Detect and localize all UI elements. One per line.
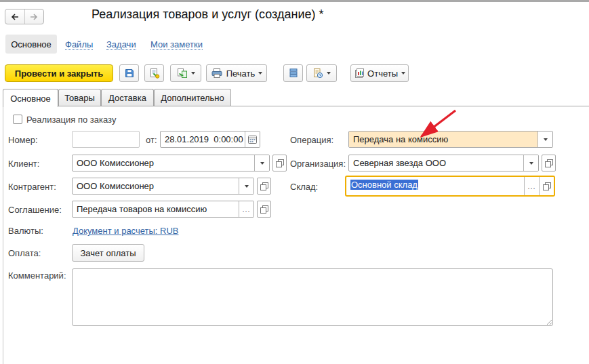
register-list-icon bbox=[289, 68, 298, 79]
operation-dropdown-button[interactable] bbox=[538, 132, 552, 147]
warehouse-field[interactable]: Основной склад ... bbox=[345, 176, 555, 197]
caret-down-icon bbox=[327, 72, 331, 75]
agreement-field[interactable]: Передача товаров на комиссию ... bbox=[72, 201, 254, 218]
document-window: Реализация товаров и услуг (создание) * … bbox=[0, 0, 589, 364]
open-in-window-icon bbox=[544, 159, 554, 168]
nav-tab-main[interactable]: Основное bbox=[5, 35, 57, 54]
date-value: 28.01.2019 0:00:00 bbox=[161, 132, 245, 147]
agreement-label: Соглашение: bbox=[8, 205, 62, 215]
create-based-on-button[interactable] bbox=[170, 64, 201, 82]
warehouse-open-button[interactable] bbox=[540, 177, 554, 195]
reports-button-label: Отчеты bbox=[367, 68, 398, 79]
contractor-field[interactable]: ООО Комиссионер bbox=[72, 178, 254, 195]
operation-value: Передача на комиссию bbox=[349, 132, 537, 147]
organization-value: Северная звезда ООО bbox=[349, 155, 523, 171]
contractor-value: ООО Комиссионер bbox=[73, 178, 239, 194]
print-button-label: Печать bbox=[226, 68, 256, 79]
date-label: от: bbox=[146, 135, 157, 145]
document-forward-icon bbox=[177, 68, 188, 79]
back-button[interactable] bbox=[5, 9, 24, 24]
calendar-button[interactable] bbox=[245, 132, 260, 147]
order-checkbox-label: Реализация по заказу bbox=[26, 115, 116, 125]
post-and-close-button[interactable]: Провести и закрыть bbox=[5, 64, 113, 82]
window-top-divider bbox=[0, 0, 589, 2]
ellipsis-icon: ... bbox=[527, 183, 535, 190]
contractor-open-button[interactable] bbox=[257, 178, 271, 195]
warehouse-value: Основной склад bbox=[346, 177, 524, 195]
agreement-open-button[interactable] bbox=[257, 201, 271, 218]
save-button[interactable] bbox=[119, 64, 139, 82]
caret-down-icon bbox=[401, 72, 405, 75]
tab-goods[interactable]: Товары bbox=[58, 89, 101, 106]
caret-down-icon bbox=[544, 138, 548, 141]
tab-delivery[interactable]: Доставка bbox=[101, 89, 154, 106]
organization-label: Организация: bbox=[290, 159, 346, 169]
caret-down-icon bbox=[258, 72, 262, 75]
client-open-button[interactable] bbox=[272, 155, 287, 171]
bar-chart-icon bbox=[354, 68, 364, 79]
caret-down-icon bbox=[245, 185, 249, 188]
warehouse-choose-button[interactable]: ... bbox=[525, 177, 539, 195]
currencies-label: Валюты: bbox=[8, 226, 43, 236]
document-post-icon bbox=[149, 68, 160, 79]
print-button[interactable]: Печать bbox=[206, 64, 267, 82]
warehouse-label: Склад: bbox=[290, 182, 318, 192]
open-in-window-icon bbox=[260, 205, 269, 214]
nav-link-my-notes[interactable]: Мои заметки bbox=[150, 39, 203, 50]
date-field[interactable]: 28.01.2019 0:00:00 bbox=[160, 131, 260, 148]
organization-field[interactable]: Северная звезда ООО bbox=[348, 155, 539, 171]
organization-open-button[interactable] bbox=[542, 155, 556, 171]
ellipsis-icon: ... bbox=[242, 206, 250, 213]
number-label: Номер: bbox=[8, 135, 38, 145]
tabbar-divider bbox=[3, 106, 589, 106]
document-clock-icon bbox=[312, 68, 323, 79]
operation-field[interactable]: Передача на комиссию bbox=[348, 131, 553, 148]
open-in-window-icon bbox=[542, 182, 552, 191]
tab-additional[interactable]: Дополнительно bbox=[154, 89, 231, 106]
comment-label: Комментарий: bbox=[8, 270, 66, 281]
client-value: ООО Комиссионер bbox=[73, 155, 254, 171]
number-input[interactable] bbox=[72, 131, 140, 148]
payment-label: Оплата: bbox=[8, 248, 41, 258]
caret-down-icon bbox=[191, 72, 195, 75]
client-field[interactable]: ООО Комиссионер bbox=[72, 155, 270, 171]
currencies-link[interactable]: Документ и расчеты: RUB bbox=[73, 226, 179, 236]
printer-icon bbox=[211, 68, 223, 79]
comment-textarea[interactable] bbox=[72, 268, 553, 326]
organization-dropdown-button[interactable] bbox=[524, 155, 538, 171]
caret-down-icon bbox=[529, 162, 533, 165]
reports-button[interactable]: Отчеты bbox=[350, 64, 409, 82]
register-records-button[interactable] bbox=[283, 64, 303, 82]
nav-link-tasks[interactable]: Задачи bbox=[106, 39, 136, 50]
client-dropdown-button[interactable] bbox=[255, 155, 269, 171]
calendar-icon bbox=[247, 134, 258, 144]
forward-button[interactable] bbox=[24, 9, 44, 24]
contractor-label: Контрагент: bbox=[8, 182, 56, 192]
page-title: Реализация товаров и услуг (создание) * bbox=[92, 7, 323, 22]
order-checkbox[interactable] bbox=[13, 115, 22, 124]
payment-offset-button[interactable]: Зачет оплаты bbox=[72, 244, 144, 262]
contractor-dropdown-button[interactable] bbox=[239, 178, 253, 194]
tab-main[interactable]: Основное bbox=[3, 89, 58, 107]
floppy-disk-icon bbox=[124, 68, 135, 79]
post-document-button[interactable] bbox=[144, 64, 164, 82]
resize-grip[interactable] bbox=[546, 319, 552, 325]
client-label: Клиент: bbox=[8, 159, 39, 169]
content-left-border bbox=[3, 106, 3, 364]
nav-link-files[interactable]: Файлы bbox=[65, 39, 93, 50]
agreement-value: Передача товаров на комиссию bbox=[73, 201, 239, 217]
arrow-left-icon bbox=[10, 13, 20, 21]
history-nav bbox=[5, 9, 44, 24]
arrow-right-icon bbox=[29, 13, 39, 21]
caret-down-icon bbox=[260, 162, 264, 165]
scheduled-tasks-button[interactable] bbox=[306, 64, 337, 82]
open-in-window-icon bbox=[260, 182, 269, 191]
operation-label: Операция: bbox=[290, 135, 333, 145]
selected-text: Основной склад bbox=[350, 180, 418, 190]
agreement-choose-button[interactable]: ... bbox=[239, 201, 253, 217]
open-in-window-icon bbox=[275, 159, 285, 168]
